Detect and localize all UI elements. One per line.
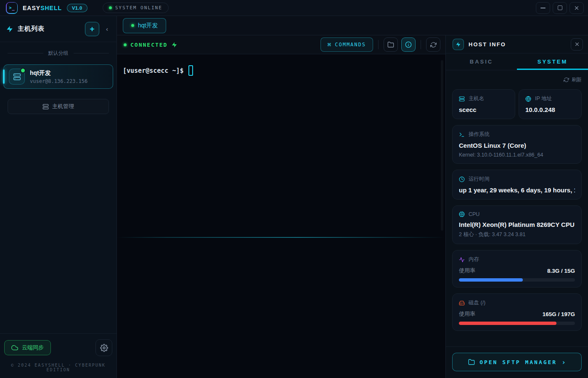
close-icon	[574, 5, 579, 11]
disk-card: 磁盘 (/) 使用率 165G / 197G	[452, 293, 582, 331]
cpu-icon	[459, 211, 465, 217]
window-controls	[536, 2, 584, 14]
terminal-icon	[459, 132, 465, 138]
session-tab[interactable]: hqt开发	[123, 18, 166, 33]
folder-icon	[387, 41, 394, 48]
disk-bar-fill	[459, 322, 556, 325]
connected-dot-icon	[124, 43, 127, 46]
group-divider: 默认分组	[0, 42, 117, 61]
zap-badge	[453, 39, 464, 50]
host-name: hqt开发	[30, 69, 87, 77]
plus-icon: +	[90, 24, 94, 34]
cloud-icon	[11, 344, 18, 351]
close-icon	[575, 42, 580, 47]
kernel-value: Kernel: 3.10.0-1160.11.1.el7.x86_64	[459, 152, 575, 158]
group-label: 默认分组	[48, 50, 69, 57]
host-info-text: hqt开发 vuser@8.136.223.156	[30, 69, 87, 84]
uptime-value: up 1 year, 29 weeks, 6 days, 19 hours, 1…	[459, 186, 575, 194]
hard-drive-icon	[459, 300, 465, 306]
host-info-header: HOST INFO	[446, 35, 588, 53]
refresh-icon	[564, 77, 569, 83]
connection-status: CONNECTED	[124, 42, 177, 48]
collapse-sidebar-button[interactable]: ‹	[103, 24, 111, 33]
minimize-icon	[540, 8, 546, 8]
host-info-toggle-button[interactable]	[401, 37, 416, 52]
memory-usage-label: 使用率	[459, 267, 475, 274]
command-icon: ⌘	[328, 41, 331, 48]
cpu-card: CPU Intel(R) Xeon(R) Platinum 8269CY CPU…	[452, 205, 582, 244]
zap-icon	[6, 25, 13, 33]
version-badge: V1.0	[67, 4, 87, 12]
host-info-title: HOST INFO	[469, 41, 506, 48]
memory-usage-value: 8.3G / 15G	[547, 268, 575, 274]
add-host-button[interactable]: +	[85, 22, 99, 36]
disk-usage-label: 使用率	[459, 310, 475, 318]
disk-usage-value: 165G / 197G	[543, 311, 575, 317]
system-status-badge: SYSTEM ONLINE	[103, 3, 169, 13]
clock-icon	[459, 176, 465, 182]
active-host-accent	[3, 69, 5, 84]
cpu-load-value: 2 核心 · 负载: 3.47 3.24 3.81	[459, 231, 575, 238]
settings-button[interactable]	[95, 339, 112, 356]
ip-card: IP 地址 10.0.0.248	[519, 89, 582, 119]
tab-label: hqt开发	[138, 22, 158, 29]
activity-icon	[459, 257, 465, 263]
scanline-decoration	[117, 237, 445, 238]
tab-basic[interactable]: BASIC	[446, 53, 517, 70]
copyright-footer: © 2024 EASYSHELL · CYBERPUNK EDITION	[0, 356, 117, 378]
close-window-button[interactable]	[569, 2, 584, 14]
sftp-files-button[interactable]	[384, 37, 398, 52]
cloud-sync-button[interactable]: 云端同步	[4, 340, 51, 355]
hostname-value: scecc	[459, 106, 509, 113]
app-window: >_ EASYSHELL V1.0 SYSTEM ONLINE 主机列表 + ‹	[0, 0, 588, 378]
refresh-icon	[430, 42, 437, 48]
host-list-title: 主机列表	[18, 25, 45, 33]
close-panel-button[interactable]	[571, 38, 583, 51]
uptime-card: 运行时间 up 1 year, 29 weeks, 6 days, 19 hou…	[452, 170, 582, 200]
session-tab-bar: hqt开发	[117, 16, 588, 35]
folder-icon	[468, 359, 475, 365]
terminal-prompt: [vuser@scecc ~]$	[123, 67, 184, 75]
memory-bar-fill	[459, 278, 523, 282]
terminal-cursor	[188, 65, 193, 76]
server-icon	[42, 104, 49, 110]
os-value: CentOS Linux 7 (Core)	[459, 142, 575, 149]
server-icon	[13, 73, 21, 81]
host-info-tabs: BASIC SYSTEM	[446, 53, 588, 70]
maximize-icon	[558, 5, 562, 10]
terminal-screen[interactable]: [vuser@scecc ~]$	[117, 54, 445, 378]
app-logo: >_	[6, 2, 18, 14]
host-address: vuser@8.136.223.156	[30, 78, 87, 84]
os-card: 操作系统 CentOS Linux 7 (Core) Kernel: 3.10.…	[452, 125, 582, 164]
host-online-dot-icon	[20, 68, 26, 73]
main-area: hqt开发 CONNECTED ⌘	[117, 16, 588, 378]
terminal-logo-icon: >_	[7, 3, 17, 13]
tab-status-dot-icon	[131, 24, 134, 27]
brand-title: EASYSHELL	[23, 5, 62, 11]
host-manage-button[interactable]: 主机管理	[8, 99, 109, 114]
host-info-panel: HOST INFO BASIC SYSTEM 刷新	[446, 35, 588, 378]
commands-button[interactable]: ⌘ COMMANDS	[320, 37, 373, 52]
cpu-value: Intel(R) Xeon(R) Platinum 8269CY CPU ...	[459, 221, 575, 228]
minimize-button[interactable]	[536, 2, 550, 14]
terminal-pane: CONNECTED ⌘ COMMANDS	[117, 35, 446, 378]
info-icon	[405, 41, 412, 48]
disk-bar-track	[459, 322, 575, 325]
titlebar: >_ EASYSHELL V1.0 SYSTEM ONLINE	[0, 0, 588, 16]
terminal-prompt-line: [vuser@scecc ~]$	[123, 65, 440, 76]
open-sftp-button[interactable]: OPEN SFTP MANAGER ›	[452, 353, 582, 371]
server-icon	[459, 96, 465, 102]
chevron-left-icon: ‹	[106, 25, 108, 32]
maximize-button[interactable]	[553, 2, 567, 14]
chevron-right-icon: ›	[562, 358, 566, 366]
host-info-footer: OPEN SFTP MANAGER ›	[446, 346, 588, 378]
reconnect-button[interactable]	[426, 37, 440, 52]
refresh-link[interactable]: 刷新	[452, 75, 582, 83]
online-dot-icon	[109, 6, 112, 9]
tab-system[interactable]: SYSTEM	[517, 53, 588, 70]
terminal-scrollbar[interactable]	[441, 60, 443, 231]
terminal-actions: ⌘ COMMANDS	[320, 37, 440, 52]
sidebar: 主机列表 + ‹ 默认分组 hqt开发 vuser@8.136.223.156	[0, 16, 117, 378]
hostname-card: 主机名 scecc	[452, 89, 515, 119]
host-list-item[interactable]: hqt开发 vuser@8.136.223.156	[3, 64, 113, 89]
